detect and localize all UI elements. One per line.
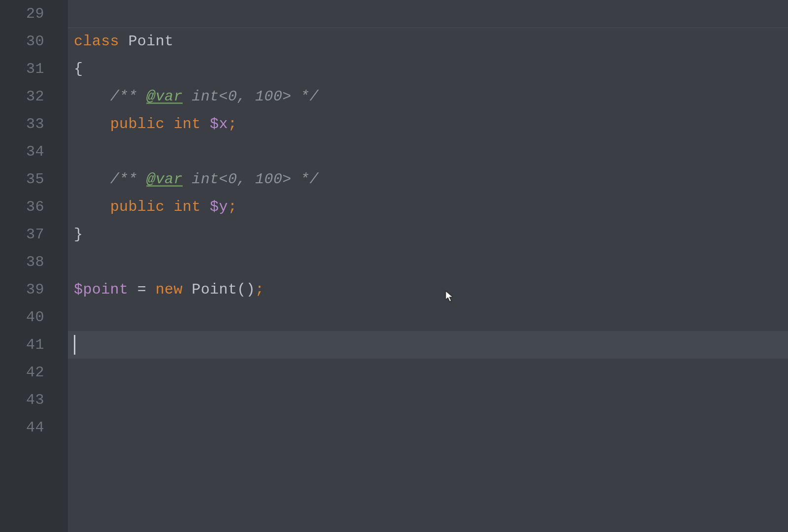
line-number: 38 bbox=[0, 248, 68, 276]
token-kw-type: int bbox=[173, 199, 200, 215]
line-number: 40 bbox=[0, 303, 68, 331]
token-var: $y bbox=[210, 199, 228, 215]
token-comment: /** bbox=[110, 88, 147, 105]
token-kw-class: class bbox=[74, 33, 119, 50]
line-number: 39 bbox=[0, 276, 68, 303]
line-number: 37 bbox=[0, 221, 68, 248]
line-number: 43 bbox=[0, 386, 68, 414]
code-line[interactable]: $point = new Point(); bbox=[68, 276, 788, 303]
token-kw-new: new bbox=[156, 281, 183, 298]
token-punct: () bbox=[237, 281, 255, 298]
code-line[interactable]: /** @var int<0, 100> */ bbox=[68, 83, 788, 110]
token-comment: /** bbox=[110, 171, 147, 188]
code-line[interactable]: { bbox=[68, 55, 788, 83]
code-line[interactable] bbox=[68, 331, 788, 359]
code-line[interactable] bbox=[68, 386, 788, 414]
code-line[interactable]: public int $x; bbox=[68, 110, 788, 138]
code-line[interactable] bbox=[68, 414, 788, 441]
code-line[interactable]: } bbox=[68, 221, 788, 248]
line-number: 42 bbox=[0, 359, 68, 386]
code-editor[interactable]: 29303132333435363738394041424344 class P… bbox=[0, 0, 788, 532]
token-kw-type: int bbox=[173, 116, 200, 133]
line-number: 29 bbox=[0, 0, 68, 28]
token-classname: Point bbox=[192, 281, 237, 298]
token-classname: Point bbox=[128, 33, 173, 50]
line-number-gutter: 29303132333435363738394041424344 bbox=[0, 0, 68, 532]
line-number: 32 bbox=[0, 83, 68, 110]
token-kw-mod: public bbox=[110, 199, 164, 215]
token-brace: } bbox=[74, 226, 83, 243]
code-line[interactable] bbox=[68, 303, 788, 331]
token-kw-mod: public bbox=[110, 116, 164, 133]
token-comment: int<0, 100> */ bbox=[183, 171, 319, 188]
line-number: 33 bbox=[0, 110, 68, 138]
line-number: 30 bbox=[0, 28, 68, 55]
token-doctag: @var bbox=[146, 88, 183, 105]
line-number: 31 bbox=[0, 55, 68, 83]
code-line[interactable] bbox=[68, 0, 788, 28]
text-caret bbox=[74, 335, 75, 355]
line-number: 35 bbox=[0, 166, 68, 193]
token-brace: { bbox=[74, 61, 83, 77]
token-comment: int<0, 100> */ bbox=[183, 88, 319, 105]
line-number: 34 bbox=[0, 138, 68, 166]
code-line[interactable] bbox=[68, 248, 788, 276]
code-line[interactable]: /** @var int<0, 100> */ bbox=[68, 166, 788, 193]
token-semi: ; bbox=[228, 199, 237, 215]
token-doctag: @var bbox=[146, 171, 183, 188]
line-number: 36 bbox=[0, 193, 68, 221]
token-op: = bbox=[137, 281, 146, 298]
code-line[interactable]: class Point bbox=[68, 28, 788, 55]
token-var: $x bbox=[210, 116, 228, 133]
code-line[interactable] bbox=[68, 359, 788, 386]
code-line[interactable]: public int $y; bbox=[68, 193, 788, 221]
line-number: 41 bbox=[0, 331, 68, 359]
token-semi: ; bbox=[255, 281, 264, 298]
line-number: 44 bbox=[0, 414, 68, 441]
code-area[interactable]: class Point{ /** @var int<0, 100> */ pub… bbox=[68, 0, 788, 532]
token-var: $point bbox=[74, 281, 128, 298]
token-semi: ; bbox=[228, 116, 237, 133]
code-line[interactable] bbox=[68, 138, 788, 166]
